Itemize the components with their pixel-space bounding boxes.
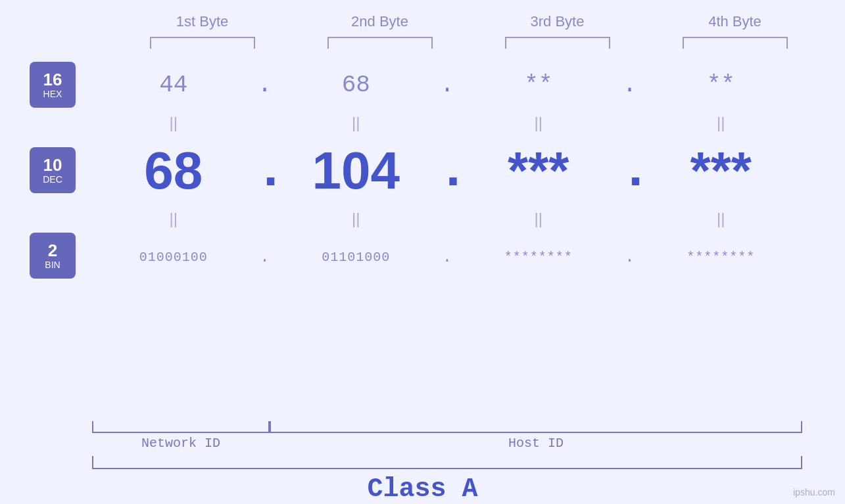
bin-dot-1: . [255,248,275,266]
byte2-header: 2nd Byte [291,13,469,30]
bracket-cell-3 [469,37,646,49]
byte3-header: 3rd Byte [469,13,646,30]
bin-val-4: ******** [687,250,755,265]
dec-dot-2: . [437,141,457,201]
class-label: Class A [0,474,845,504]
bin-cell-3: ******** [457,250,620,265]
hex-cell-4: ** [640,72,803,99]
byte-headers-row: 1st Byte 2nd Byte 3rd Byte 4th Byte [0,13,845,30]
dec-val-3: *** [508,141,569,200]
bin-name: BIN [45,260,60,270]
eq2-cell-2: || [275,210,438,228]
bin-cell-1: 01000100 [92,250,255,265]
eq2-cell-1: || [92,210,255,228]
eq-cell-3: || [457,114,620,132]
eq-cell-1: || [92,114,255,132]
dec-val-1: 68 [144,141,203,200]
bracket-line-4 [683,37,788,49]
dec-dot-3: . [620,141,640,201]
hex-val-1: 44 [159,72,187,99]
bin-badge: 2 BIN [30,233,76,279]
equals2-1: || [170,210,178,227]
bracket-cell-1 [114,37,291,49]
id-labels-row: Network ID Host ID [92,436,802,451]
top-brackets [0,37,845,49]
bin-row: 01000100 . 01101000 . ******** . *******… [92,231,802,283]
hex-number: 16 [43,70,62,89]
bracket-line-2 [327,37,433,49]
hex-badge: 16 HEX [30,62,76,108]
bracket-cell-2 [291,37,469,49]
hex-row: 44 . 68 . ** . ** [92,58,802,111]
equals-row-1: || || || || [92,111,802,135]
content-area: 16 HEX 10 DEC 2 BIN 44 . 68 [0,58,845,418]
bin-cell-2: 01101000 [275,250,438,265]
equals-row-2: || || || || [92,207,802,231]
bin-dot-3: . [620,248,640,266]
bracket-line-1 [150,37,255,49]
equals-4: || [717,114,725,131]
bin-val-2: 01101000 [322,250,390,265]
hex-name: HEX [43,89,62,99]
bin-cell-4: ******** [640,250,803,265]
bin-val-1: 01000100 [139,250,208,265]
dec-name: DEC [43,175,62,185]
hex-dot-3: . [620,72,640,99]
equals-3: || [535,114,543,131]
dec-row: 68 . 104 . *** . *** [92,135,802,207]
equals-1: || [170,114,178,131]
eq-cell-4: || [640,114,803,132]
dec-dot-1: . [255,141,275,201]
main-container: 1st Byte 2nd Byte 3rd Byte 4th Byte [0,0,845,504]
equals2-4: || [717,210,725,227]
bin-val-3: ******** [504,250,573,265]
hex-dot-1: . [255,72,275,99]
dec-badge: 10 DEC [30,147,76,193]
hex-cell-2: 68 [275,72,438,99]
base-labels: 16 HEX 10 DEC 2 BIN [0,58,92,279]
host-bracket [270,421,802,433]
bottom-area: Network ID Host ID Class A [0,421,845,504]
bracket-line-3 [505,37,610,49]
hex-val-2: 68 [342,72,370,99]
hex-dot-2: . [437,72,457,99]
bottom-brackets [92,421,802,433]
hex-cell-3: ** [457,72,620,99]
dec-cell-1: 68 [92,145,255,197]
eq2-cell-4: || [640,210,803,228]
byte1-header: 1st Byte [114,13,291,30]
network-id-label: Network ID [92,436,270,451]
bin-number: 2 [48,241,57,260]
equals-2: || [352,114,360,131]
equals2-2: || [352,210,360,227]
network-bracket [92,421,270,433]
dec-val-2: 104 [312,141,400,200]
hex-cell-1: 44 [92,72,255,99]
byte4-header: 4th Byte [646,13,824,30]
big-bottom-bracket [92,456,802,469]
watermark: ipshu.com [793,487,835,497]
dec-val-4: *** [690,141,752,200]
eq-cell-2: || [275,114,438,132]
dec-cell-3: *** [457,145,620,197]
bin-dot-2: . [437,248,457,266]
equals2-3: || [535,210,543,227]
dec-number: 10 [43,156,62,175]
host-id-label: Host ID [270,436,802,451]
hex-val-3: ** [524,72,552,99]
bracket-cell-4 [646,37,824,49]
eq2-cell-3: || [457,210,620,228]
hex-val-4: ** [707,72,735,99]
dec-cell-4: *** [640,145,803,197]
dec-cell-2: 104 [275,145,438,197]
data-grid: 44 . 68 . ** . ** || [92,58,845,283]
